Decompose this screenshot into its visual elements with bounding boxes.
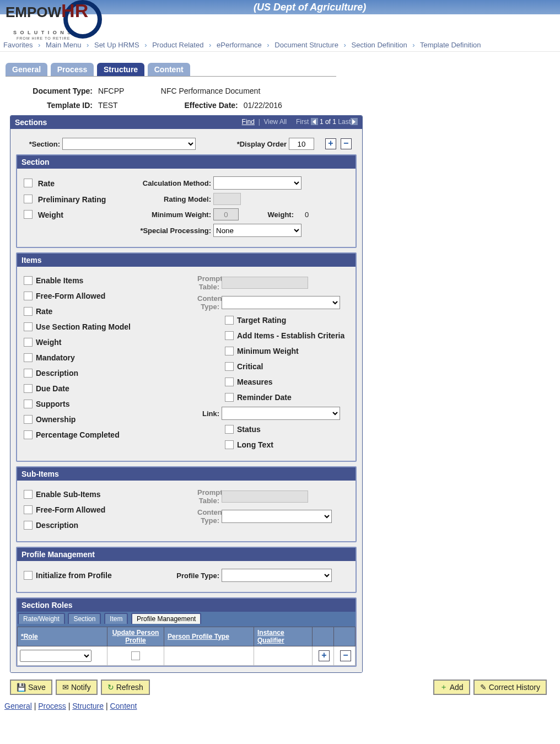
supports-checkbox[interactable] xyxy=(24,400,33,408)
section-label: *Section: xyxy=(16,140,60,148)
pct-complete-checkbox[interactable] xyxy=(24,430,33,439)
next-icon[interactable] xyxy=(351,118,358,125)
update-profile-checkbox[interactable] xyxy=(131,651,140,660)
section-group: Section Rate Calculation Method: Prelimi… xyxy=(16,154,357,248)
header-info: Document Type: NFCPP NFC Performance Doc… xyxy=(10,87,560,110)
crumb-setup-hrms[interactable]: Set Up HRMS xyxy=(94,41,139,49)
sections-bar: Sections Find | View All First 1 of 1 La… xyxy=(10,116,362,129)
init-profile-checkbox[interactable] xyxy=(24,571,33,580)
find-link[interactable]: Find xyxy=(242,118,255,126)
footlink-structure[interactable]: Structure xyxy=(72,702,104,710)
role-select[interactable] xyxy=(20,650,91,662)
enable-subitems-checkbox[interactable] xyxy=(24,490,33,499)
last-link[interactable]: Last xyxy=(338,118,351,126)
profile-group: Profile Management Initialize from Profi… xyxy=(16,547,357,593)
crumb-template-definition[interactable]: Template Definition xyxy=(420,41,481,49)
subtab-profile-mgmt[interactable]: Profile Management xyxy=(131,613,201,624)
items-rate-checkbox[interactable] xyxy=(24,307,33,316)
content-type-select[interactable] xyxy=(222,296,340,309)
row-remove-button[interactable]: − xyxy=(340,650,351,661)
envelope-icon: ✉ xyxy=(62,683,69,692)
calc-method-label: Calculation Method: xyxy=(134,179,211,187)
display-order-input[interactable] xyxy=(289,138,314,150)
page-tabs: General Process Structure Content xyxy=(6,63,560,76)
add-row-button[interactable]: + xyxy=(325,138,336,149)
subitems-title: Sub-Items xyxy=(17,467,356,481)
notify-button[interactable]: ✉Notify xyxy=(56,680,98,695)
roles-subtabs: Rate/Weight Section Item Profile Managem… xyxy=(17,612,356,627)
status-checkbox[interactable] xyxy=(225,425,234,434)
measures-checkbox[interactable] xyxy=(225,378,234,386)
footlink-general[interactable]: General xyxy=(4,702,32,710)
prev-icon[interactable] xyxy=(311,118,318,125)
ownership-checkbox[interactable] xyxy=(24,415,33,424)
items-group-title: Items xyxy=(17,254,356,267)
freeform-checkbox[interactable] xyxy=(24,292,33,300)
first-link[interactable]: First xyxy=(296,118,309,126)
link-select[interactable] xyxy=(222,407,340,420)
remove-row-button[interactable]: − xyxy=(341,138,352,149)
add-items-checkbox[interactable] xyxy=(225,331,234,340)
tab-content[interactable]: Content xyxy=(148,63,190,76)
rate-checkbox[interactable] xyxy=(24,179,33,187)
correct-history-button[interactable]: ✎Correct History xyxy=(473,680,547,695)
subtab-section[interactable]: Section xyxy=(68,613,101,624)
display-order-label: *Display Order xyxy=(201,140,287,148)
sub-description-checkbox[interactable] xyxy=(24,521,33,530)
col-update-profile[interactable]: Update Person Profile xyxy=(112,629,159,644)
row-add-button[interactable]: + xyxy=(319,650,330,661)
view-all-link[interactable]: View All xyxy=(263,118,287,126)
crumb-main-menu[interactable]: Main Menu xyxy=(46,41,81,49)
mandatory-checkbox[interactable] xyxy=(24,353,33,362)
logo-tagline: FROM HIRE TO RETIRE xyxy=(17,36,70,40)
crumb-eperformance[interactable]: ePerformance xyxy=(217,41,262,49)
footlink-content[interactable]: Content xyxy=(110,702,137,710)
sub-prompt-table-field xyxy=(222,490,308,503)
org-title: (US Dept of Agriculture) xyxy=(254,2,366,13)
roles-table: *Role Update Person Profile Person Profi… xyxy=(17,627,356,666)
plus-icon: ＋ xyxy=(440,682,448,692)
critical-checkbox[interactable] xyxy=(225,362,234,371)
table-row: + − xyxy=(18,646,356,666)
special-proc-select[interactable]: None xyxy=(213,224,301,237)
target-rating-checkbox[interactable] xyxy=(225,316,234,325)
crumb-product-related[interactable]: Product Related xyxy=(152,41,203,49)
section-rating-checkbox[interactable] xyxy=(24,322,33,331)
tab-structure[interactable]: Structure xyxy=(97,63,144,76)
duedate-checkbox[interactable] xyxy=(24,384,33,393)
profile-title: Profile Management xyxy=(17,548,356,561)
crumb-section-definition[interactable]: Section Definition xyxy=(351,41,407,49)
section-roles-title: Section Roles xyxy=(17,599,356,612)
footlink-process[interactable]: Process xyxy=(38,702,66,710)
subtab-rateweight[interactable]: Rate/Weight xyxy=(18,613,65,624)
crumb-favorites[interactable]: Favorites xyxy=(3,41,33,49)
reminder-checkbox[interactable] xyxy=(225,393,234,402)
subtab-item[interactable]: Item xyxy=(104,613,128,624)
section-group-title: Section xyxy=(17,155,356,169)
prelim-checkbox[interactable] xyxy=(24,195,33,203)
tab-general[interactable]: General xyxy=(6,63,47,76)
save-button[interactable]: 💾Save xyxy=(10,680,52,695)
enable-items-checkbox[interactable] xyxy=(24,276,33,285)
sub-freeform-checkbox[interactable] xyxy=(24,505,33,514)
min-weight-items-checkbox[interactable] xyxy=(225,347,234,355)
template-id-label: Template ID: xyxy=(10,101,93,110)
tab-process[interactable]: Process xyxy=(51,63,94,76)
breadcrumb: Favorites › Main Menu › Set Up HRMS › Pr… xyxy=(0,36,560,52)
refresh-button[interactable]: ↻Refresh xyxy=(101,680,150,695)
section-select[interactable] xyxy=(62,138,196,150)
crumb-doc-structure[interactable]: Document Structure xyxy=(274,41,338,49)
col-instance-qual[interactable]: Instance Qualifier xyxy=(257,629,284,644)
longtext-checkbox[interactable] xyxy=(225,440,234,449)
calc-method-select[interactable] xyxy=(213,176,301,190)
items-weight-checkbox[interactable] xyxy=(24,338,33,347)
min-weight-input[interactable] xyxy=(213,208,239,220)
add-button[interactable]: ＋Add xyxy=(433,680,470,695)
col-role[interactable]: *Role xyxy=(21,633,38,640)
weight-checkbox[interactable] xyxy=(24,210,33,219)
description-checkbox[interactable] xyxy=(24,369,33,378)
col-person-type[interactable]: Person Profile Type xyxy=(168,633,229,640)
sub-content-type-select[interactable] xyxy=(222,510,332,523)
profile-type-select[interactable] xyxy=(222,569,332,582)
weight-value: 0 xyxy=(305,211,309,219)
